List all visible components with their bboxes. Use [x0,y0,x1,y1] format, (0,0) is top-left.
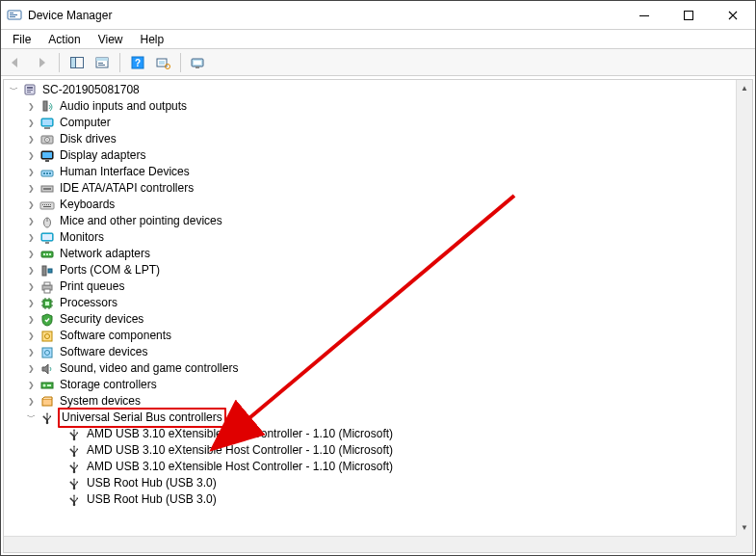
tree-node-label: IDE ATA/ATAPI controllers [58,180,196,197]
svg-rect-50 [42,234,52,240]
category-node[interactable]: ❯Display adapters [6,147,736,164]
category-node[interactable]: ❯Sound, video and game controllers [6,360,736,377]
svg-rect-54 [46,253,48,255]
chevron-right-icon[interactable]: ❯ [23,115,39,131]
chevron-right-icon[interactable]: ❯ [23,229,39,246]
client-area: ﹀SC-201905081708❯Audio inputs and output… [1,76,755,555]
chevron-right-icon[interactable]: ❯ [23,147,39,164]
category-node[interactable]: ❯Network adapters [6,246,736,262]
category-node[interactable]: ❯Disk drives [6,131,736,147]
chevron-down-icon[interactable]: ﹀ [23,410,39,426]
category-node[interactable]: ❯Ports (COM & LPT) [6,262,736,278]
menu-action[interactable]: Action [40,31,88,48]
chevron-right-icon[interactable]: ❯ [23,246,39,262]
svg-rect-56 [42,266,46,276]
toolbar: ? [1,49,755,76]
chevron-right-icon[interactable]: ❯ [23,311,39,328]
chevron-right-icon[interactable]: ❯ [23,393,39,410]
ports-icon [39,263,56,278]
chevron-right-icon[interactable]: ❯ [23,295,39,311]
chevron-down-icon[interactable]: ﹀ [6,82,21,98]
device-node[interactable]: AMD USB 3.10 eXtensible Host Controller … [6,426,736,442]
svg-rect-3 [10,16,15,17]
scroll-up-icon[interactable]: ▲ [737,80,752,96]
tree-node-label: Mice and other pointing devices [58,213,224,229]
maximize-button[interactable] [666,1,711,30]
chevron-right-icon[interactable]: ❯ [23,213,39,229]
device-node[interactable]: USB Root Hub (USB 3.0) [6,491,736,508]
properties-button[interactable] [91,52,114,73]
category-node[interactable]: ❯Human Interface Devices [6,164,736,180]
view-devices-button[interactable] [187,52,210,73]
category-node[interactable]: ❯Software components [6,328,736,344]
chevron-right-icon[interactable]: ❯ [23,377,39,393]
scan-hardware-button[interactable] [151,52,174,73]
tree-node-label: Universal Serial Bus controllers [58,408,226,428]
svg-rect-2 [10,14,17,15]
category-node[interactable]: ❯Keyboards [6,197,736,213]
svg-rect-18 [194,61,201,65]
back-button[interactable] [5,52,28,73]
vertical-scrollbar[interactable]: ▲ ▼ [736,80,752,536]
svg-rect-40 [40,202,54,209]
category-node[interactable]: ❯Software devices [6,344,736,360]
svg-rect-5 [685,11,693,19]
chevron-right-icon[interactable]: ❯ [23,180,39,197]
forward-button[interactable] [30,52,53,73]
window-buttons [622,1,755,30]
category-node[interactable]: ❯Print queues [6,278,736,295]
horizontal-scrollbar[interactable] [4,536,736,552]
minimize-button[interactable] [622,1,666,30]
chevron-right-icon[interactable]: ❯ [23,344,39,360]
tree-node-label: Network adapters [58,246,152,262]
category-node[interactable]: ❯Mice and other pointing devices [6,213,736,229]
category-node[interactable]: ❯Monitors [6,229,736,246]
tree-pane: ﹀SC-201905081708❯Audio inputs and output… [3,79,753,553]
root-node[interactable]: ﹀SC-201905081708 [6,82,736,98]
category-node[interactable]: ❯Audio inputs and outputs [6,98,736,115]
svg-rect-42 [44,204,45,205]
menu-help[interactable]: Help [133,31,172,48]
svg-rect-23 [27,92,31,93]
svg-rect-78 [42,399,52,406]
chevron-right-icon[interactable]: ❯ [23,98,39,115]
category-node[interactable]: ❯Computer [6,115,736,131]
device-node[interactable]: USB Root Hub (USB 3.0) [6,475,736,491]
chevron-right-icon[interactable]: ❯ [23,278,39,295]
category-node[interactable]: ﹀Universal Serial Bus controllers [6,410,736,426]
svg-rect-7 [71,57,76,67]
svg-rect-22 [27,90,33,91]
help-button[interactable]: ? [126,52,149,73]
softcomp-icon [39,329,56,344]
device-node[interactable]: AMD USB 3.10 eXtensible Host Controller … [6,442,736,459]
category-node[interactable]: ❯Security devices [6,311,736,328]
category-node[interactable]: ❯IDE ATA/ATAPI controllers [6,180,736,197]
chevron-right-icon[interactable]: ❯ [23,328,39,344]
display-icon [39,148,56,164]
device-node[interactable]: AMD USB 3.10 eXtensible Host Controller … [6,459,736,475]
computer-icon [39,116,56,131]
chevron-right-icon[interactable]: ❯ [23,262,39,278]
close-button[interactable] [711,1,755,30]
category-node[interactable]: ❯Storage controllers [6,377,736,393]
chevron-right-icon[interactable]: ❯ [23,131,39,147]
tree-node-label: Security devices [58,311,145,328]
keyboard-icon [39,198,56,213]
scroll-down-icon[interactable]: ▼ [737,519,752,536]
category-node[interactable]: ❯Processors [6,295,736,311]
show-hide-console-tree-button[interactable] [65,52,89,73]
tree-node-label: AMD USB 3.10 eXtensible Host Controller … [85,426,395,442]
menu-view[interactable]: View [91,31,131,48]
ide-icon [39,181,56,197]
scroll-track[interactable] [737,96,752,519]
cpu-icon [39,296,56,311]
chevron-right-icon[interactable]: ❯ [23,360,39,377]
device-tree[interactable]: ﹀SC-201905081708❯Audio inputs and output… [4,80,736,552]
usb-icon [39,410,56,426]
menu-file[interactable]: File [5,31,39,48]
chevron-right-icon[interactable]: ❯ [23,164,39,180]
tree-node-label: Storage controllers [58,377,159,393]
network-icon [39,247,56,262]
svg-rect-59 [44,282,50,285]
chevron-right-icon[interactable]: ❯ [23,197,39,213]
